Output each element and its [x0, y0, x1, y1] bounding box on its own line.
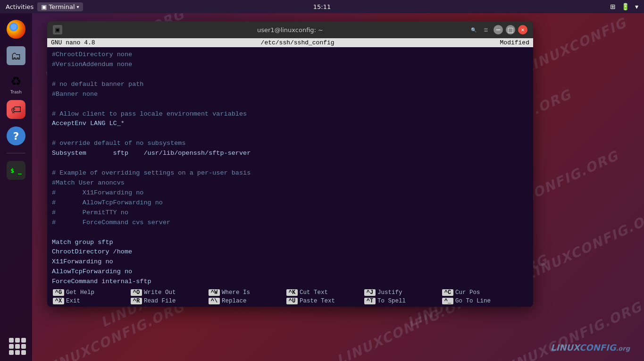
editor-line: # no default banner path: [52, 80, 528, 90]
top-bar: Activities ▣ Terminal ▾ 15:11 ⊞ 🔋 ▾: [0, 0, 644, 13]
editor-line: [52, 70, 528, 80]
shortcut-key: ^_: [442, 298, 453, 304]
shortcut-key: ^O: [131, 289, 142, 296]
shortcut-label: Write Out: [144, 289, 176, 296]
editor-line: #VersionAddendum none: [52, 60, 528, 70]
dock-item-terminal[interactable]: $ _: [5, 159, 27, 182]
shortcut-label: Replace: [222, 298, 247, 304]
editor-line: ForceCommand internal-sftp: [52, 277, 528, 287]
nano-shortcut: ^XExit: [51, 297, 129, 305]
shortcut-label: Cut Text: [300, 289, 328, 296]
editor-line: [52, 100, 528, 109]
maximize-button[interactable]: □: [506, 25, 515, 34]
nano-shortcut: ^JJustify: [362, 289, 440, 296]
shortcut-key: ^R: [131, 298, 142, 304]
editor-line: # AllowTcpForwarding no: [52, 198, 528, 208]
terminal-dock-icon: $ _: [7, 161, 25, 180]
network-icon[interactable]: ⊞: [610, 3, 616, 10]
shortcut-label: Exit: [66, 298, 80, 304]
dock-item-firefox[interactable]: [5, 18, 27, 41]
shortcut-key: ^X: [53, 298, 64, 304]
editor-line: Match group sftp: [52, 238, 528, 248]
show-apps-icon: [7, 336, 25, 354]
trash-label: Trash: [10, 90, 22, 94]
nano-shortcut: ^GGet Help: [51, 289, 129, 296]
nano-shortcut: ^\Replace: [207, 297, 284, 305]
terminal-icon: ▣: [41, 3, 47, 10]
nano-version: GNU nano 4.8: [51, 39, 95, 46]
nano-shortcut: ^KCut Text: [284, 289, 362, 296]
shortcut-key: ^C: [442, 289, 453, 296]
chevron-down-icon: ▾: [77, 4, 79, 9]
dock-item-trash[interactable]: ♻️ Trash: [8, 73, 25, 94]
editor-line: # Allow client to pass locale environmen…: [52, 109, 528, 119]
shortcut-label: Justify: [377, 289, 402, 296]
shortcut-label: Cur Pos: [455, 289, 480, 296]
nano-shortcut: ^UPaste Text: [284, 297, 362, 305]
nano-shortcut: ^WWhere Is: [207, 289, 284, 296]
dock-item-help[interactable]: ?: [5, 125, 27, 147]
watermark-text: LINUXCONFIG.ORG: [42, 299, 187, 361]
nano-shortcut: ^CCur Pos: [440, 289, 518, 296]
editor-line: AllowTcpForwarding no: [52, 267, 528, 277]
shortcut-key: ^T: [364, 298, 376, 304]
nano-header: GNU nano 4.8 /etc/ssh/sshd_config Modifi…: [47, 38, 533, 47]
editor-area[interactable]: #ChrootDirectory none#VersionAddendum no…: [47, 47, 533, 287]
terminal-window: ▣ user1@linuxconfig: ~ 🔍 ☰ ─ □ ✕ GNU nan…: [47, 21, 533, 307]
brand-footer: LINUXCONFIG.org: [551, 343, 630, 353]
window-icon: ▣: [53, 25, 62, 34]
editor-line: AcceptEnv LANG LC_*: [52, 119, 528, 129]
window-title: user1@linuxconfig: ~: [257, 26, 323, 34]
nano-footer: ^GGet Help^OWrite Out^WWhere Is^KCut Tex…: [47, 287, 533, 307]
editor-line: # override default of no subsystems: [52, 139, 528, 149]
trash-icon: ♻️: [8, 73, 25, 90]
shortcut-label: Where Is: [222, 289, 250, 296]
dock-item-files[interactable]: [5, 44, 27, 67]
title-bar: ▣ user1@linuxconfig: ~ 🔍 ☰ ─ □ ✕: [47, 21, 533, 38]
watermark-text: LINUXCONFIG.ORG: [523, 204, 644, 283]
shortcut-key: ^K: [286, 289, 298, 296]
nano-shortcut: ^OWrite Out: [129, 289, 207, 296]
editor-line: #Match User anoncvs: [52, 178, 528, 188]
search-button[interactable]: 🔍: [469, 25, 478, 34]
nano-filepath: /etc/ssh/sshd_config: [261, 39, 335, 46]
editor-line: # ForceCommand cvs server: [52, 218, 528, 228]
shortcut-key: ^W: [209, 289, 220, 296]
nano-shortcut: ^RRead File: [129, 297, 207, 305]
editor-line: #Banner none: [52, 90, 528, 100]
dock: ♻️ Trash 🏷 ? $ _: [0, 13, 32, 361]
help-icon: ?: [7, 126, 25, 145]
editor-line: #ChrootDirectory none: [52, 50, 528, 60]
shortcut-key: ^G: [53, 289, 64, 296]
shortcut-label: Read File: [144, 298, 176, 304]
nano-shortcut: ^_Go To Line: [440, 297, 518, 305]
clock: 15:11: [313, 3, 331, 10]
menu-button[interactable]: ☰: [481, 25, 491, 34]
editor-line: [52, 228, 528, 238]
editor-line: X11Forwarding no: [52, 257, 528, 267]
watermark-text: LINUXCONFIG: [521, 15, 629, 76]
terminal-menu[interactable]: ▣ Terminal ▾: [37, 2, 83, 11]
shortcut-key: ^J: [364, 289, 376, 296]
activities-button[interactable]: Activities: [6, 3, 33, 10]
battery-icon[interactable]: 🔋: [621, 3, 629, 10]
minimize-button[interactable]: ─: [493, 25, 503, 34]
system-menu-icon[interactable]: ▾: [635, 3, 638, 10]
editor-line: # X11Forwarding no: [52, 188, 528, 198]
files-icon: [7, 46, 25, 65]
nano-modified-status: Modified: [500, 39, 529, 46]
firefox-icon: [7, 20, 25, 39]
shortcut-label: Paste Text: [300, 298, 335, 304]
dock-item-appstore[interactable]: 🏷: [5, 98, 27, 121]
nano-shortcut: ^TTo Spell: [362, 297, 440, 305]
editor-line: # Example of overriding settings on a pe…: [52, 168, 528, 178]
dock-separator: [7, 153, 25, 153]
editor-line: [52, 159, 528, 168]
shortcut-label: Go To Line: [455, 298, 491, 304]
editor-line: [52, 129, 528, 139]
dock-item-show-apps[interactable]: [5, 334, 27, 356]
shortcut-key: ^U: [286, 298, 298, 304]
close-button[interactable]: ✕: [518, 25, 527, 34]
appstore-icon: 🏷: [7, 100, 25, 119]
editor-line: Subsystem sftp /usr/lib/openssh/sftp-ser…: [52, 149, 528, 159]
